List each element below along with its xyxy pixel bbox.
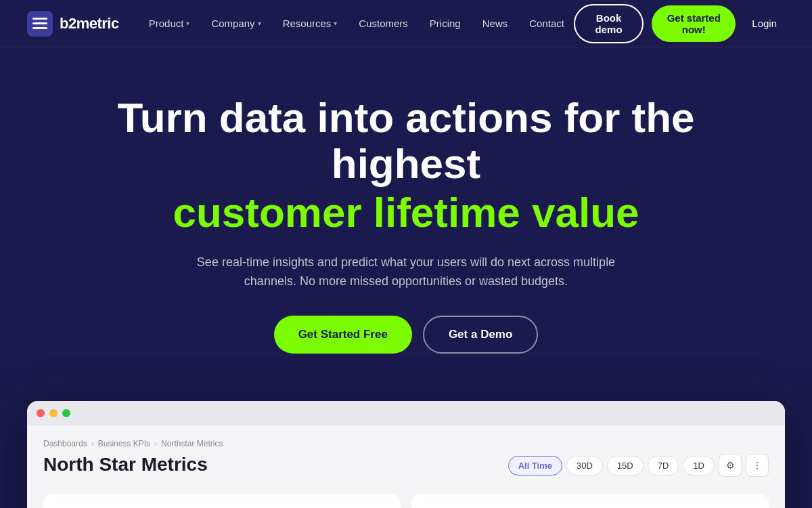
hero-title: Turn data into actions for the highest c…	[102, 95, 710, 236]
nav-actions: Book demo Get started now! Login	[574, 4, 785, 43]
chevron-down-icon: ▾	[334, 20, 337, 27]
dashboard-content: Dashboards › Business KPIs › Northstar M…	[27, 425, 785, 508]
filter-all-time[interactable]: All Time	[508, 456, 562, 475]
nav-item-news[interactable]: News	[473, 12, 518, 35]
minimize-window-dot	[49, 409, 58, 417]
login-button[interactable]: Login	[744, 12, 785, 35]
hero-subtitle: See real-time insights and predict what …	[196, 253, 616, 292]
window-bar	[27, 401, 785, 425]
breadcrumb: Dashboards › Business KPIs › Northstar M…	[43, 439, 769, 448]
chevron-down-icon: ▾	[186, 20, 189, 27]
nav-item-resources[interactable]: Resources ▾	[273, 12, 347, 35]
nav-item-customers[interactable]: Customers	[349, 12, 418, 35]
nav-item-company[interactable]: Company ▾	[202, 12, 270, 35]
get-started-now-button[interactable]: Get started now!	[652, 5, 736, 42]
filter-settings-icon[interactable]: ⚙	[719, 454, 742, 477]
hero-section: Turn data into actions for the highest c…	[0, 47, 812, 381]
more-options-icon[interactable]: ⋮	[746, 454, 769, 477]
navbar: b2metric Product ▾ Company ▾ Resources ▾…	[0, 0, 812, 47]
dashboard-filters: All Time 30D 15D 7D 1D ⚙ ⋮	[508, 454, 769, 477]
chevron-down-icon: ▾	[258, 20, 261, 27]
nav-item-pricing[interactable]: Pricing	[420, 12, 470, 35]
logo[interactable]: b2metric	[27, 11, 119, 37]
maximize-window-dot	[62, 409, 70, 417]
book-demo-button[interactable]: Book demo	[574, 4, 644, 43]
logo-icon	[27, 11, 53, 37]
time-spent-card: Time Spent by Weekday and Weekend Averag…	[411, 494, 769, 508]
nav-item-contact[interactable]: Contact	[520, 12, 574, 35]
weekly-analysis-card: Weekly Analysis Last 7 days ⋮ 6,000 5,00…	[43, 494, 401, 508]
filter-7d[interactable]: 7D	[648, 456, 679, 475]
filter-30d[interactable]: 30D	[566, 456, 603, 475]
dashboard-preview: Dashboards › Business KPIs › Northstar M…	[0, 381, 812, 508]
hero-buttons: Get Started Free Get a Demo	[27, 316, 785, 354]
dashboard-title: North Star Metrics	[43, 454, 208, 475]
get-started-free-button[interactable]: Get Started Free	[274, 316, 412, 354]
filter-15d[interactable]: 15D	[607, 456, 644, 475]
nav-item-product[interactable]: Product ▾	[139, 12, 200, 35]
dashboard-window: Dashboards › Business KPIs › Northstar M…	[27, 401, 785, 508]
dashboard-header: North Star Metrics All Time 30D 15D 7D 1…	[43, 454, 769, 488]
close-window-dot	[37, 409, 45, 417]
logo-text: b2metric	[60, 15, 119, 33]
dashboard-cards-row: Weekly Analysis Last 7 days ⋮ 6,000 5,00…	[43, 494, 769, 508]
get-demo-button[interactable]: Get a Demo	[423, 316, 538, 354]
nav-links: Product ▾ Company ▾ Resources ▾ Customer…	[139, 12, 574, 35]
filter-1d[interactable]: 1D	[683, 456, 715, 475]
